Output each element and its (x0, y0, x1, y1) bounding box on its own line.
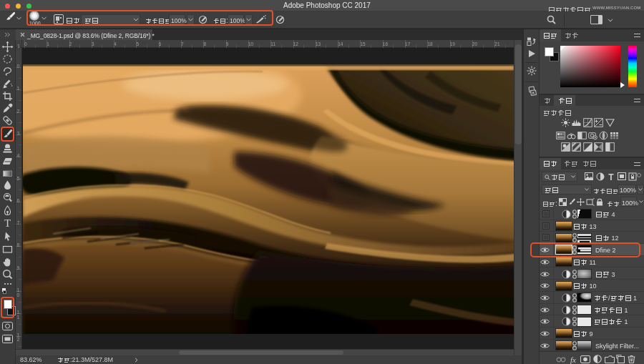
svg-text:T: T (608, 172, 614, 181)
svg-text:fx: fx (570, 355, 576, 364)
svg-text:T: T (4, 217, 11, 229)
